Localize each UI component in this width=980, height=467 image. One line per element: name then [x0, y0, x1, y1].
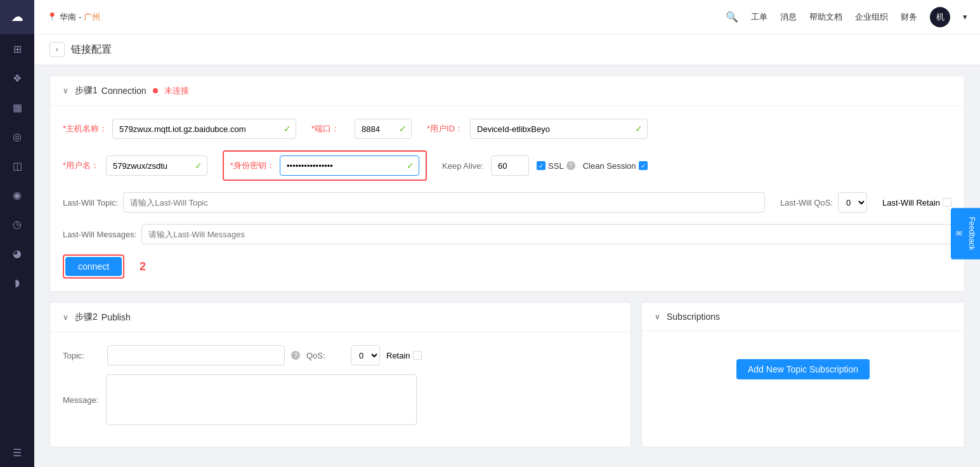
page-header: ‹ 链接配置 [34, 34, 980, 65]
step2-body: Topic: ? QoS: 012 Retain [50, 332, 630, 447]
user-avatar[interactable]: 机 [930, 7, 950, 27]
publish-topic-help-icon[interactable]: ? [291, 351, 300, 360]
subscriptions-title: Subscriptions [667, 312, 720, 322]
add-subscription-button[interactable]: Add New Topic Subscription [736, 359, 870, 379]
ssl-help-icon[interactable]: ? [566, 161, 575, 170]
step1-label: 步骤1 Connection [75, 85, 147, 96]
keepalive-input[interactable] [491, 155, 529, 176]
userid-group: *用户ID： ✓ [427, 119, 648, 139]
step1-chevron[interactable]: ∨ [63, 86, 69, 95]
nav-help-docs[interactable]: 帮助文档 [809, 11, 842, 23]
sidebar-item-globe[interactable]: ◎ [0, 122, 34, 151]
lastwill-retain-checkbox[interactable] [943, 198, 951, 207]
topnav-right: 🔍 工单 消息 帮助文档 企业组织 财务 机 ▾ [726, 7, 967, 27]
publish-retain-group: Retain [386, 351, 422, 360]
sidebar-bottom-icon[interactable]: ☰ [0, 438, 34, 467]
lastwill-msg-input[interactable] [141, 224, 951, 244]
nav-finance[interactable]: 财务 [901, 11, 917, 23]
step1-step-text: 步骤1 [75, 85, 98, 96]
port-input-wrapper: ✓ [355, 119, 412, 139]
host-valid-icon: ✓ [284, 124, 291, 134]
password-input[interactable] [280, 155, 419, 176]
sidebar-item-group[interactable]: ◗ [0, 268, 34, 297]
lastwill-qos-select[interactable]: 012 [838, 192, 867, 213]
sidebar-item-dashboard[interactable]: ⊞ [0, 34, 34, 63]
step2-label: 步骤2 Publish [75, 312, 131, 323]
search-icon[interactable]: 🔍 [726, 11, 738, 23]
region-text: 华南 [60, 11, 76, 23]
connect-row: connect 2 [63, 254, 951, 279]
city-text: 广州 [84, 11, 100, 23]
connect-button[interactable]: connect [65, 257, 122, 276]
logo-icon: ☁ [11, 10, 23, 24]
step1-header: ∨ 步骤1 Connection 未连接 [50, 76, 964, 106]
sidebar-item-topology[interactable]: ❖ [0, 63, 34, 93]
host-input-wrapper: ✓ [112, 119, 296, 139]
userid-input[interactable] [470, 119, 648, 139]
page-title: 链接配置 [71, 43, 112, 56]
password-input-wrapper: ✓ [280, 155, 419, 176]
publish-message-textarea[interactable] [106, 374, 417, 425]
sidebar-item-time[interactable]: ◷ [0, 209, 34, 239]
publish-retain-checkbox[interactable] [413, 351, 422, 360]
step2-chevron[interactable]: ∨ [63, 313, 69, 322]
subscriptions-card: ∨ Subscriptions Add New Topic Subscripti… [641, 302, 965, 447]
connection-status-text: 未连接 [164, 85, 189, 96]
host-input[interactable] [112, 119, 296, 139]
publish-retain-label: Retain [386, 351, 410, 360]
clean-session-group: Clean Session ✓ [583, 161, 648, 171]
username-input-wrapper: ✓ [106, 155, 207, 176]
feedback-mail-icon: ✉ [955, 229, 964, 238]
step2-step-text: 步骤2 [75, 312, 98, 323]
lastwill-messages-row: Last-Will Messages: [63, 224, 951, 244]
lastwill-msg-label: Last-Will Messages: [63, 230, 136, 239]
back-button[interactable]: ‹ [49, 42, 65, 57]
username-input[interactable] [106, 155, 207, 176]
username-valid-icon: ✓ [195, 161, 202, 171]
step2-card: ∨ 步骤2 Publish Topic: ? QoS: [49, 302, 631, 447]
sidebar-item-user[interactable]: ◕ [0, 239, 34, 268]
location-bar: 📍 华南 - 广州 [47, 11, 100, 23]
location-pin-icon: 📍 [47, 12, 57, 22]
step1-card: ∨ 步骤1 Connection 未连接 *主机名称： [49, 76, 965, 292]
separator: - [79, 12, 81, 22]
form-row-2: *用户名： ✓ *身份密钥： ✓ [63, 150, 951, 181]
nav-messages[interactable]: 消息 [780, 11, 797, 23]
username-group: *用户名： ✓ [63, 150, 207, 181]
connect-button-wrapper: connect [63, 254, 124, 279]
publish-topic-input[interactable] [107, 345, 285, 365]
step2-header: ∨ 步骤2 Publish [50, 303, 630, 332]
lastwill-qos-group: Last-Will QoS: 012 [780, 192, 867, 213]
sidebar-item-view[interactable]: ◫ [0, 151, 34, 180]
password-valid-icon: ✓ [407, 161, 414, 171]
topnav: 📍 华南 - 广州 🔍 工单 消息 帮助文档 企业组织 财务 机 ▾ [34, 0, 980, 34]
keepalive-label: Keep Alive: [442, 161, 483, 171]
lastwill-topic-label: Last-Will Topic: [63, 198, 118, 207]
host-label: *主机名称： [63, 123, 107, 135]
nav-work-orders[interactable]: 工单 [751, 11, 768, 23]
host-group: *主机名称： ✓ [63, 119, 296, 139]
userid-valid-icon: ✓ [635, 124, 643, 134]
username-label: *用户名： [63, 160, 101, 171]
subscriptions-chevron[interactable]: ∨ [655, 312, 660, 321]
clean-session-checkbox[interactable]: ✓ [639, 161, 648, 170]
publish-qos-select[interactable]: 012 [351, 345, 380, 365]
form-row-3: Last-Will Topic: Last-Will QoS: 012 Last… [63, 192, 951, 213]
sidebar-item-devices[interactable]: ▦ [0, 93, 34, 122]
port-label: *端口： [311, 123, 350, 135]
step1-body: *主机名称： ✓ *端口： ✓ [50, 106, 964, 291]
ssl-label: SSL [548, 161, 564, 171]
lastwill-topic-input[interactable] [123, 192, 765, 213]
avatar-dropdown-icon[interactable]: ▾ [963, 12, 967, 22]
step1-connection-text: Connection [101, 86, 147, 96]
password-label: *身份密钥： [230, 160, 275, 171]
sidebar-logo[interactable]: ☁ [0, 0, 34, 34]
sidebar-item-db[interactable]: ◉ [0, 180, 34, 209]
ssl-checkbox[interactable]: ✓ [537, 161, 546, 170]
nav-enterprise[interactable]: 企业组织 [855, 11, 888, 23]
sidebar: ☁ ⊞ ❖ ▦ ◎ ◫ ◉ ◷ ◕ ◗ ☰ [0, 0, 34, 467]
feedback-button[interactable]: Feedback ✉ [951, 208, 980, 260]
keep-alive-row: Keep Alive: ✓ SSL ? Clean Session ✓ [442, 150, 647, 181]
subscriptions-header: ∨ Subscriptions [642, 303, 964, 331]
subscriptions-body: Add New Topic Subscription [642, 331, 964, 407]
